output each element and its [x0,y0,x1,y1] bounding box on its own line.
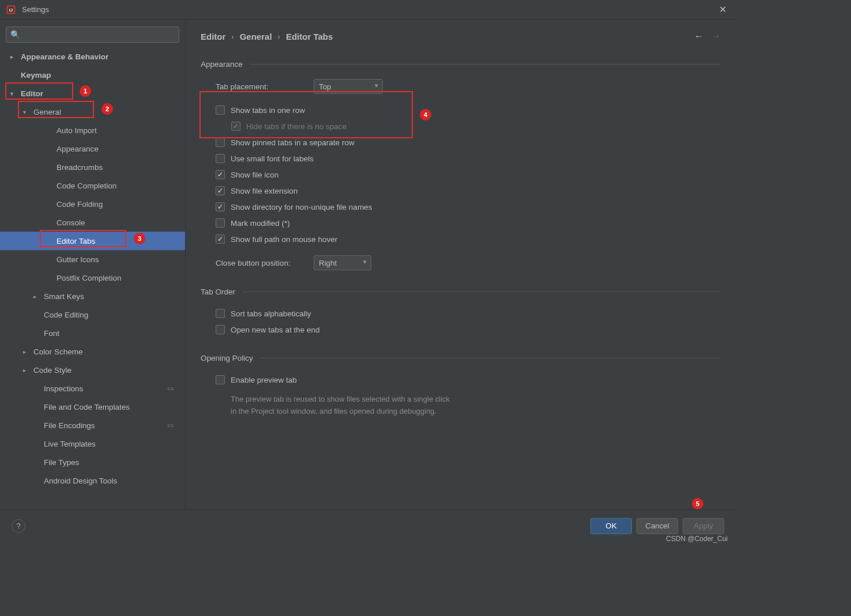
checkbox-label: Mark modified (*) [231,219,290,228]
checkbox-icon [216,309,225,318]
tree-item-label: Appearance [57,145,99,153]
checkbox-show-full-path-on-mouse-hover[interactable]: Show full path on mouse hover [216,235,721,244]
tree-item-file-encodings[interactable]: File Encodings▭ [0,416,185,434]
svg-text:IJ: IJ [9,7,13,13]
checkbox-icon [216,170,225,179]
breadcrumb-editor-tabs: Editor Tabs [286,32,333,41]
tree-item-label: Code Completion [57,182,116,190]
apply-button[interactable]: Apply [683,518,724,534]
close-button-position-label: Close button position: [216,259,314,267]
tree-item-appearance-behavior[interactable]: Appearance & Behavior [0,47,185,66]
checkbox-label: Show directory for non-unique file names [231,203,372,211]
breadcrumb: Editor › General › Editor Tabs ← → [201,25,721,47]
checkbox-label: Show pinned tabs in a separate row [231,138,355,147]
checkbox-use-small-font-for-labels[interactable]: Use small font for labels [216,154,721,163]
checkbox-mark-modified-[interactable]: Mark modified (*) [216,218,721,228]
checkbox-label: Hide tabs if there is no space [246,122,347,131]
tree-item-label: File and Code Templates [44,403,130,411]
window-title: Settings [22,5,716,14]
checkbox-icon [231,122,240,131]
section-title: Tab Order [201,288,235,296]
chevron-right-icon: › [278,32,280,41]
tree-item-code-editing[interactable]: Code Editing [0,305,185,324]
checkbox-show-file-icon[interactable]: Show file icon [216,170,721,179]
close-button-position-select[interactable]: Right [314,255,371,270]
checkbox-show-file-extension[interactable]: Show file extension [216,186,721,195]
nav-back-icon[interactable]: ← [694,31,703,41]
tree-item-auto-import[interactable]: Auto Import [0,121,185,139]
titlebar: IJ Settings ✕ [0,0,736,20]
tree-item-console[interactable]: Console [0,213,185,232]
preview-tab-description: The preview tab is reused to show files … [231,394,530,418]
tree-item-label: Editor Tabs [57,237,95,245]
chevron-right-icon [10,54,18,60]
tree-item-editor-tabs[interactable]: Editor Tabs [0,232,185,250]
tree-item-postfix-completion[interactable]: Postfix Completion [0,269,185,287]
checkbox-show-tabs-in-one-row[interactable]: Show tabs in one row [216,105,721,115]
settings-tree[interactable]: Appearance & BehaviorKeymapEditorGeneral… [0,47,185,509]
tree-item-code-style[interactable]: Code Style [0,361,185,379]
tree-item-label: Breadcrumbs [57,163,103,172]
tree-item-appearance[interactable]: Appearance [0,139,185,158]
chevron-right-icon [23,367,31,373]
sidebar: 🔍 Appearance & BehaviorKeymapEditorGener… [0,20,186,509]
checkbox-label: Open new tabs at the end [231,326,320,334]
search-input[interactable] [6,27,179,43]
tree-item-label: File Encodings [44,421,95,430]
checkbox-label: Use small font for labels [231,154,314,163]
checkbox-label: Enable preview tab [231,376,297,384]
app-icon: IJ [6,5,16,15]
tree-item-android-design-tools[interactable]: Android Design Tools [0,471,185,490]
tree-item-live-templates[interactable]: Live Templates [0,434,185,453]
tree-item-keymap[interactable]: Keymap [0,66,185,84]
tree-item-gutter-icons[interactable]: Gutter Icons [0,250,185,269]
chevron-down-icon [10,90,18,97]
tree-item-label: Live Templates [44,440,96,448]
checkbox-label: Show file extension [231,187,298,195]
tree-item-label: Color Scheme [33,347,83,356]
checkbox-open-new-tabs-at-the-end[interactable]: Open new tabs at the end [216,325,721,334]
project-scope-icon: ▭ [167,384,174,392]
tree-item-label: File Types [44,458,79,467]
chevron-down-icon [23,109,31,115]
tree-item-label: Code Folding [57,200,103,209]
tree-item-label: Postfix Completion [57,274,122,282]
tree-item-font[interactable]: Font [0,324,185,342]
breadcrumb-editor[interactable]: Editor [201,32,225,41]
chevron-right-icon [33,293,42,300]
checkbox-sort-tabs-alphabetically[interactable]: Sort tabs alphabetically [216,309,721,318]
tree-item-label: Inspections [44,384,83,393]
tree-item-general[interactable]: General [0,103,185,121]
checkbox-icon [216,186,225,195]
tree-item-code-folding[interactable]: Code Folding [0,195,185,213]
tree-item-label: Code Style [33,366,71,375]
tree-item-label: Auto Import [57,126,97,135]
tree-item-smart-keys[interactable]: Smart Keys [0,287,185,305]
checkbox-enable-preview-tab[interactable]: Enable preview tab [216,375,721,384]
tree-item-editor[interactable]: Editor [0,84,185,103]
watermark: CSDN @Coder_Cui [666,535,728,543]
breadcrumb-general[interactable]: General [240,32,272,41]
tree-item-file-types[interactable]: File Types [0,453,185,471]
chevron-right-icon: › [231,32,234,41]
checkbox-hide-tabs-if-there-is-no-space: Hide tabs if there is no space [231,122,721,131]
tab-placement-select[interactable]: Top [314,79,383,94]
checkbox-show-directory-for-non-unique-file-names[interactable]: Show directory for non-unique file names [216,202,721,211]
section-appearance: Appearance [201,60,721,69]
tree-item-label: Keymap [21,71,51,80]
tree-item-code-completion[interactable]: Code Completion [0,176,185,195]
close-icon[interactable]: ✕ [716,3,730,16]
tree-item-color-scheme[interactable]: Color Scheme [0,342,185,361]
ok-button[interactable]: OK [590,518,632,534]
cancel-button[interactable]: Cancel [637,518,678,534]
tree-item-inspections[interactable]: Inspections▭ [0,379,185,398]
checkbox-icon [216,105,225,115]
checkbox-show-pinned-tabs-in-a-separate-row[interactable]: Show pinned tabs in a separate row [216,138,721,147]
help-button[interactable]: ? [12,519,25,533]
tree-item-breadcrumbs[interactable]: Breadcrumbs [0,158,185,176]
tree-item-file-and-code-templates[interactable]: File and Code Templates [0,398,185,416]
checkbox-icon [216,218,225,228]
checkbox-label: Show tabs in one row [231,106,305,115]
tree-item-label: Appearance & Behavior [21,52,108,61]
section-tab-order: Tab Order [201,288,721,296]
